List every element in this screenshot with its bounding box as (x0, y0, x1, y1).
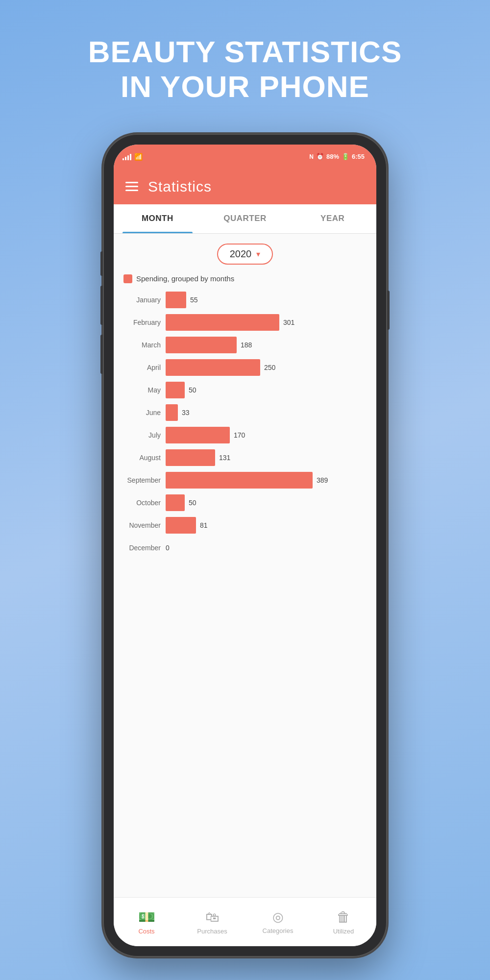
chart-value: 33 (182, 409, 190, 416)
chart-bar-container: 33 (166, 404, 368, 421)
chart-bar (166, 382, 185, 398)
hero-title-line1: BEAUTY STATISTICS (88, 35, 402, 69)
chart-bar (166, 292, 186, 308)
legend-label: Spending, grouped by months (136, 274, 234, 283)
chart-row-label: October (122, 499, 166, 507)
chart-row: December0 (122, 539, 368, 557)
chart-row-label: March (122, 341, 166, 349)
chart-value: 301 (283, 318, 294, 326)
chart-row: August131 (122, 449, 368, 466)
chart-bar-container: 131 (166, 449, 368, 466)
chart-bar (166, 404, 178, 421)
chart-row-label: July (122, 431, 166, 439)
chart-bar-container: 250 (166, 359, 368, 376)
costs-label: Costs (138, 928, 154, 935)
costs-icon: 💵 (138, 909, 155, 925)
chart-bar (166, 337, 237, 353)
volume-up-button (100, 286, 103, 325)
tab-quarter[interactable]: QUARTER (201, 204, 289, 233)
chart-legend: Spending, grouped by months (122, 274, 368, 283)
chart-row-label: June (122, 409, 166, 416)
nfc-icon: N (309, 153, 314, 160)
mute-button (100, 251, 103, 276)
chart-row: March188 (122, 336, 368, 354)
chart-row-label: December (122, 544, 166, 552)
power-button (387, 291, 390, 330)
chart-row: May50 (122, 381, 368, 399)
chart-bar-container: 50 (166, 494, 368, 511)
hero-title: BEAUTY STATISTICS IN YOUR PHONE (69, 34, 421, 104)
bottom-nav: 💵 Costs 🛍 Purchases ◎ Categories 🗑 Utili… (114, 897, 376, 946)
nav-item-purchases[interactable]: 🛍 Purchases (179, 898, 245, 946)
app-header: Statistics (114, 169, 376, 204)
chart-bar (166, 359, 260, 376)
chart-bar (166, 449, 215, 466)
chart-bar-container: 188 (166, 337, 368, 353)
chart-row-label: January (122, 296, 166, 304)
chart-bar-container: 55 (166, 292, 368, 308)
chart-row: October50 (122, 494, 368, 512)
chart-bar (166, 472, 313, 489)
status-right: N ⏰ 88% 🔋 6:55 (309, 153, 365, 160)
chart-bar-container: 301 (166, 314, 368, 331)
chart-bar (166, 427, 230, 443)
chart-row: July170 (122, 426, 368, 444)
chart-row: January55 (122, 291, 368, 309)
chart-bar-container: 170 (166, 427, 368, 443)
chart-row: June33 (122, 404, 368, 421)
year-value: 2020 (230, 248, 252, 260)
phone-screen: 📶 N ⏰ 88% 🔋 6:55 Statistics (114, 145, 376, 946)
legend-color-swatch (123, 274, 132, 283)
chevron-down-icon: ▾ (256, 249, 260, 259)
chart-bar-container: 81 (166, 517, 368, 534)
nav-item-categories[interactable]: ◎ Categories (245, 898, 311, 946)
utilized-icon: 🗑 (337, 909, 350, 925)
menu-button[interactable] (125, 182, 138, 191)
chart-value: 50 (189, 386, 196, 394)
chart-row-label: April (122, 364, 166, 371)
chart-value: 389 (317, 476, 328, 484)
chart-value: 188 (241, 341, 252, 349)
chart-row: November81 (122, 516, 368, 534)
clock: 6:55 (352, 153, 365, 160)
utilized-label: Utilized (333, 928, 354, 935)
chart-value: 55 (190, 296, 198, 304)
signal-icon (122, 153, 131, 160)
categories-label: Categories (263, 927, 294, 934)
purchases-label: Purchases (197, 928, 227, 935)
nav-item-costs[interactable]: 💵 Costs (114, 898, 179, 946)
battery-icon: 🔋 (342, 153, 349, 160)
chart-bar (166, 494, 185, 511)
wifi-icon: 📶 (134, 153, 143, 161)
categories-icon: ◎ (272, 909, 284, 925)
chart-bar-container: 389 (166, 472, 368, 489)
chart-row-label: February (122, 318, 166, 326)
content-area: 2020 ▾ Spending, grouped by months Janua… (114, 234, 376, 897)
chart-value: 250 (264, 364, 275, 371)
chart-row-label: May (122, 386, 166, 394)
phone-mockup: 📶 N ⏰ 88% 🔋 6:55 Statistics (103, 134, 387, 957)
bar-chart: January55February301March188April250May5… (122, 291, 368, 557)
chart-bar (166, 517, 196, 534)
chart-bar (166, 314, 279, 331)
app-title: Statistics (148, 178, 212, 195)
chart-row: September389 (122, 471, 368, 489)
chart-bar-container: 0 (166, 544, 368, 552)
tab-month[interactable]: MONTH (114, 204, 201, 233)
chart-value: 131 (219, 454, 230, 462)
battery-percent: 88% (326, 153, 339, 160)
status-bar: 📶 N ⏰ 88% 🔋 6:55 (114, 145, 376, 169)
chart-row: April250 (122, 359, 368, 376)
tabs-row: MONTH QUARTER YEAR (114, 204, 376, 234)
alarm-icon: ⏰ (316, 153, 324, 160)
chart-row-label: August (122, 454, 166, 462)
chart-row-label: September (122, 476, 166, 484)
year-selector[interactable]: 2020 ▾ (217, 244, 273, 265)
purchases-icon: 🛍 (205, 909, 219, 925)
volume-down-button (100, 335, 103, 374)
tab-year[interactable]: YEAR (289, 204, 376, 233)
hero-title-line2: IN YOUR PHONE (121, 70, 369, 103)
nav-item-utilized[interactable]: 🗑 Utilized (311, 898, 376, 946)
chart-value: 0 (166, 544, 170, 552)
chart-value: 81 (200, 521, 208, 529)
